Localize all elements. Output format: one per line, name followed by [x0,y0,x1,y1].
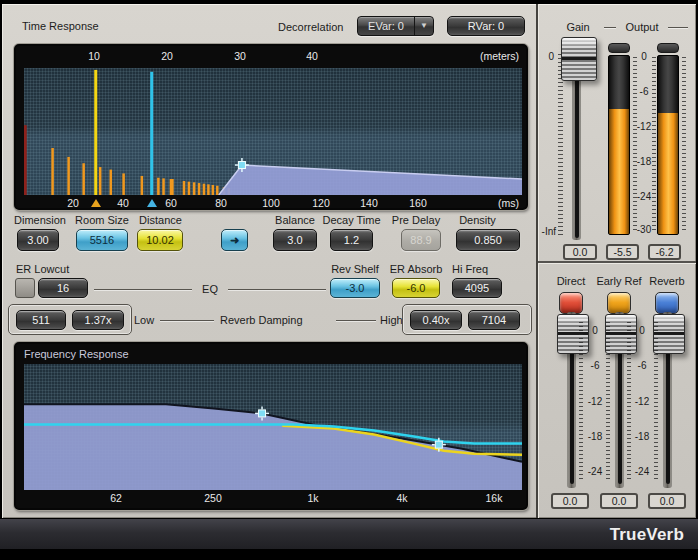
mixer-scale-ticks [579,322,583,480]
axis-tick-label: 100 [257,197,285,209]
mixer-scale-label: 0 [631,325,653,336]
balance-value-button[interactable]: 3.0 [273,229,317,251]
early-reflection-bar [157,178,160,195]
reverb-value-box[interactable]: 0.0 [648,493,686,509]
output-label-dash-left [604,27,616,28]
reverb-solo-button[interactable] [655,292,679,314]
early-reflection-bar [82,163,85,195]
link-arrow-button[interactable]: ➜ [221,229,248,251]
distance-marker-icon[interactable] [91,199,101,207]
meter-scale-label: -30 [632,224,656,235]
mixer-scale-ticks [606,322,610,480]
early-ref-solo-button[interactable] [607,292,631,314]
frequency-axis: 622501k4k16k [16,490,526,508]
gain-label: Gain [560,21,596,33]
early-reflection-bar [122,173,125,195]
mixer-scale-label: -12 [584,396,606,407]
evar-value[interactable]: EVar: 0 [358,17,414,35]
meter-scale-label: 0 [632,51,656,62]
distance-bar [94,70,97,195]
rev-shelf-value-button[interactable]: -3.0 [330,278,380,298]
axis-tick-label: 160 [404,197,432,209]
early-reflection-bar [162,178,165,195]
ms-axis: (ms) 20406080100120140160 [16,195,526,212]
early-reflection-bar [110,170,113,195]
meter-scale-label: -24 [632,191,656,202]
er-absorb-value-button[interactable]: -6.0 [392,278,440,298]
axis-tick-label: 1k [299,492,327,504]
er-lowcut-label: ER Lowcut [16,263,69,275]
damping-high-ratio-button[interactable]: 0.40x [410,310,462,330]
room-size-marker-icon[interactable] [147,199,157,207]
time-response-title: Time Response [22,20,99,32]
hi-freq-value-button[interactable]: 4095 [452,278,502,298]
pre-delay-label: Pre Delay [386,214,446,226]
axis-tick-label: 140 [355,197,383,209]
mixer-scale-label: 0 [584,325,606,336]
frequency-response-plot [24,364,522,490]
decorrelation-label: Decorrelation [278,21,343,33]
meter-scale-ticks [633,57,637,233]
gain-fader-handle[interactable] [561,37,597,81]
early-reflection-bar [203,184,206,195]
er-lowcut-value-button[interactable]: 16 [38,278,88,298]
room-size-value-button[interactable]: 5516 [76,229,128,251]
gain-scale-zero: 0 [540,51,554,62]
mixer-scale-label: -18 [631,431,653,442]
direct-value-box[interactable]: 0.0 [551,493,589,509]
damping-high-freq-button[interactable]: 7104 [468,310,520,330]
early-reflection-bar [99,167,102,195]
decay-time-label: Decay Time [316,214,387,226]
rvar-button[interactable]: RVar: 0 [447,16,525,36]
evar-dropdown[interactable]: EVar: 0 ▼ [357,16,434,36]
meter-scale-ticks [652,57,656,233]
output-label: Output [618,21,666,33]
meter-value-box-left: -5.5 [606,244,639,260]
reverb-damping-title: Reverb Damping [220,314,303,326]
gain-value-box[interactable]: 0.0 [563,244,597,260]
damping-line-left [160,320,214,321]
axis-tick-label: 10 [80,50,108,62]
damping-low-freq-button[interactable]: 511 [16,310,66,330]
dimension-label: Dimension [10,214,70,226]
axis-tick-label: 20 [59,197,87,209]
damping-line-right [336,320,376,321]
mixer-scale-label: -6 [631,360,653,371]
distance-value-button[interactable]: 10.02 [137,229,183,251]
axis-tick-label: 40 [298,50,326,62]
output-meter-left [608,55,630,235]
axis-tick-label: 4k [388,492,416,504]
early-reflection-bar [141,176,144,195]
footer-bar: TrueVerb [0,518,698,549]
output-clip-led-right[interactable] [657,43,679,53]
meter-value-box-right: -6.2 [648,244,681,260]
axis-tick-label: 60 [157,197,185,209]
chevron-down-icon[interactable]: ▼ [414,17,433,35]
early-reflection-bar [51,148,54,195]
output-clip-led-left[interactable] [608,43,630,53]
pre-delay-value-button[interactable]: 88.9 [401,229,441,251]
mixer-scale-label: -12 [631,396,653,407]
early-reflection-bar [193,182,196,195]
output-label-dash-right [668,27,688,28]
dimension-value-button[interactable]: 3.00 [17,229,59,251]
axis-tick-label: 80 [207,197,235,209]
early-ref-value-box[interactable]: 0.0 [600,493,638,509]
early-reflection-bar [198,183,201,195]
er-absorb-label: ER Absorb [386,263,446,275]
decay-time-value-button[interactable]: 1.2 [330,229,373,251]
er-lowcut-toggle[interactable] [15,278,35,298]
damping-low-ratio-button[interactable]: 1.37x [72,310,124,330]
direct-level-bar [24,125,27,195]
meter-fill [609,109,629,234]
room-size-bar [150,72,153,195]
early-reflection-bar [67,157,70,195]
reverb-envelope [219,165,522,195]
direct-solo-button[interactable] [559,292,583,314]
damping-high-label: High [380,314,403,326]
mixer-scale-label: -6 [584,360,606,371]
density-value-button[interactable]: 0.850 [456,229,520,251]
trueverb-plugin-window: Time Response Decorrelation EVar: 0 ▼ RV… [0,0,698,560]
meter-scale-ticks [682,57,686,233]
meter-fill [658,113,678,234]
